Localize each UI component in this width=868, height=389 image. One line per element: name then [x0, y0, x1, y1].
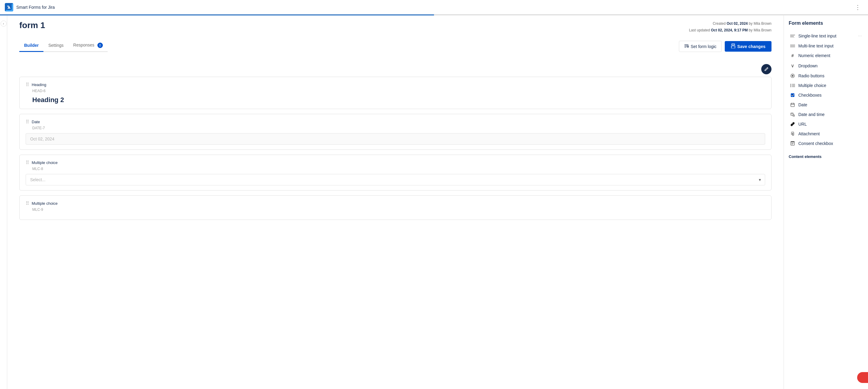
- topbar-left: Smart Forms for Jira: [5, 3, 55, 11]
- edit-button[interactable]: [761, 64, 772, 74]
- drag-handle-icon[interactable]: ⠿: [26, 200, 29, 206]
- sidebar-toggle-area: ›: [0, 15, 7, 389]
- loading-bar-inner: [0, 15, 434, 16]
- element-label: Numeric element: [798, 53, 830, 58]
- action-buttons: Set form logic Save changes: [679, 41, 772, 52]
- panel-title: Form elements: [789, 21, 863, 26]
- created-info: Created Oct 02, 2024 by Mila Brown: [689, 21, 772, 27]
- element-url[interactable]: URL: [789, 119, 863, 129]
- element-label: Date: [798, 102, 807, 107]
- card-id-label: HEAD-6: [32, 89, 765, 93]
- numeric-icon: #: [790, 53, 795, 58]
- form-meta: Created Oct 02, 2024 by Mila Brown Last …: [689, 21, 772, 33]
- element-dropdown[interactable]: ∨ Dropdown: [789, 60, 863, 71]
- card-type-label: Multiple choice: [32, 201, 58, 206]
- element-label: URL: [798, 122, 807, 127]
- element-label: Radio buttons: [798, 74, 824, 78]
- save-icon: [731, 44, 736, 49]
- multiple-choice-card-2: ⠿ Multiple choice MLC-9: [19, 195, 772, 220]
- loading-bar: [0, 15, 868, 16]
- svg-point-12: [790, 84, 792, 85]
- help-button[interactable]: [857, 372, 868, 383]
- element-label: Attachment: [798, 131, 820, 136]
- sidebar-toggle-button[interactable]: ›: [1, 21, 7, 27]
- element-checkboxes[interactable]: Checkboxes: [789, 90, 863, 100]
- multiple-choice-icon: [790, 84, 795, 87]
- card-type-label: Heading: [32, 82, 46, 87]
- form-title: form 1: [19, 21, 45, 30]
- svg-point-11: [792, 75, 794, 77]
- card-header: ⠿ Multiple choice: [26, 200, 765, 206]
- card-id-label: DATE-7: [32, 126, 765, 130]
- updated-info: Last updated Oct 02, 2024, 9:17 PM by Mi…: [689, 27, 772, 34]
- element-multi-line[interactable]: Multi-line text input: [789, 41, 863, 51]
- attachment-icon: [790, 132, 795, 136]
- save-label: Save changes: [737, 44, 766, 49]
- select-input[interactable]: Select...: [26, 174, 765, 186]
- content-section-title: Content elements: [789, 154, 863, 159]
- more-options-button[interactable]: ⋮: [852, 2, 863, 12]
- element-label: Date and time: [798, 112, 825, 117]
- select-wrapper: Select... ▾: [26, 174, 765, 186]
- svg-point-14: [790, 85, 792, 86]
- drag-handle-icon[interactable]: ⠿: [26, 82, 29, 88]
- svg-rect-28: [791, 142, 795, 145]
- tab-builder[interactable]: Builder: [19, 39, 43, 52]
- topbar-right: ⋮: [852, 2, 863, 12]
- card-header: ⠿ Date: [26, 119, 765, 125]
- element-label: Consent checkbox: [798, 141, 833, 146]
- element-consent[interactable]: Consent checkbox: [789, 139, 863, 148]
- save-changes-button[interactable]: Save changes: [725, 41, 772, 52]
- content-area: form 1 Created Oct 02, 2024 by Mila Brow…: [7, 15, 783, 389]
- element-label: Single-line text input: [798, 33, 836, 38]
- checkboxes-icon: [790, 93, 795, 97]
- right-panel: Heading 2 Form elements Single-line text…: [783, 15, 868, 389]
- svg-rect-3: [732, 44, 735, 45]
- card-id-label: MLC-9: [32, 207, 765, 212]
- drag-handle-icon[interactable]: ⠿: [26, 160, 29, 166]
- element-attachment[interactable]: Attachment: [789, 129, 863, 139]
- heading-card: ⠿ Heading HEAD-6 Heading 2: [19, 77, 772, 109]
- tab-settings[interactable]: Settings: [43, 39, 68, 52]
- responses-badge: 0: [97, 43, 103, 48]
- url-icon: [790, 122, 795, 126]
- multiple-choice-card-1: ⠿ Multiple choice MLC-8 Select... ▾: [19, 155, 772, 191]
- date-card: ⠿ Date DATE-7: [19, 114, 772, 150]
- element-label: Checkboxes: [798, 93, 822, 98]
- main-layout: › form 1 Created Oct 02, 2024 by Mila Br…: [0, 15, 868, 389]
- multi-line-icon: [790, 45, 795, 48]
- logic-label: Set form logic: [691, 44, 717, 49]
- element-date[interactable]: Date: [789, 100, 863, 110]
- card-type-label: Multiple choice: [32, 160, 58, 165]
- dropdown-icon: ∨: [790, 63, 795, 68]
- date-time-icon: [790, 112, 795, 117]
- app-title: Smart Forms for Jira: [16, 5, 55, 10]
- element-label: Multi-line text input: [798, 44, 834, 48]
- element-radio[interactable]: Radio buttons: [789, 71, 863, 81]
- logic-icon: [684, 44, 689, 49]
- svg-rect-19: [791, 103, 795, 107]
- heading-content: Heading 2: [32, 96, 765, 104]
- svg-rect-1: [7, 5, 9, 7]
- set-form-logic-button[interactable]: Set form logic: [679, 41, 722, 52]
- element-label: Multiple choice: [798, 83, 826, 88]
- card-type-label: Date: [32, 119, 40, 124]
- element-label: Dropdown: [798, 63, 818, 68]
- element-single-line[interactable]: Single-line text input ···: [789, 31, 863, 41]
- svg-rect-23: [791, 113, 793, 115]
- app-icon: [5, 3, 13, 11]
- form-header: form 1 Created Oct 02, 2024 by Mila Brow…: [19, 21, 772, 33]
- element-date-time[interactable]: Date and time: [789, 110, 863, 119]
- drag-handle-icon[interactable]: ⠿: [26, 119, 29, 125]
- tab-responses[interactable]: Responses 0: [68, 39, 108, 52]
- card-id-label: MLC-8: [32, 167, 765, 171]
- edit-button-container: [19, 64, 772, 74]
- element-multiple-choice[interactable]: Multiple choice: [789, 81, 863, 90]
- chevron-right-icon: ›: [3, 22, 4, 25]
- date-icon: [790, 103, 795, 107]
- card-header: ⠿ Heading: [26, 82, 765, 88]
- single-line-icon: [790, 34, 795, 37]
- svg-point-16: [790, 86, 792, 87]
- date-input[interactable]: [26, 133, 765, 145]
- element-numeric[interactable]: # Numeric element: [789, 51, 863, 60]
